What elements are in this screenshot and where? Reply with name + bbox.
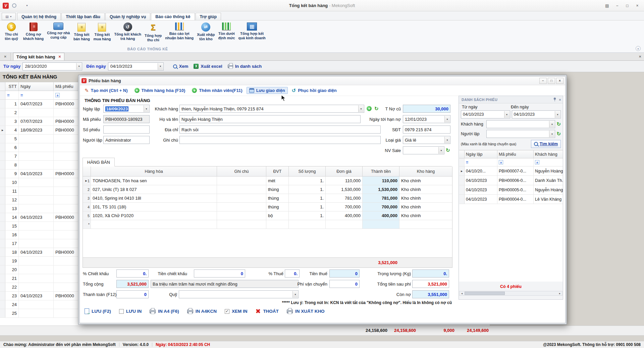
- tab-tong-ket-ban-hang[interactable]: Tổng kết bán hàng ×: [13, 53, 64, 60]
- ribbon-button[interactable]: ≡ Công nợ khách hàng: [21, 22, 45, 41]
- maximize-button[interactable]: □: [623, 2, 632, 9]
- ribbon-button[interactable]: ≡ Tổng kết bán hàng: [71, 22, 92, 42]
- debt-due-date-input[interactable]: 12/01/2023 ▼: [403, 115, 450, 123]
- chevron-down-icon[interactable]: ▼: [549, 121, 554, 128]
- chevron-down-icon[interactable]: ▼: [358, 105, 364, 112]
- ribbon-button[interactable]: ▦ Tổng hợp kết quả kinh doanh: [237, 22, 267, 41]
- menu-tab[interactable]: Trợ giúp: [196, 13, 221, 20]
- row-selector[interactable]: [0, 135, 5, 143]
- skin-selector-button[interactable]: ▤ ▼: [2, 13, 16, 20]
- tab-hang-ban[interactable]: HÀNG BÁN: [83, 158, 115, 166]
- panel-to-date-input[interactable]: 04/10/2023 ▼: [512, 110, 561, 118]
- phone-input[interactable]: 0979 215 874: [403, 126, 450, 134]
- refresh-icon[interactable]: ↻: [556, 121, 561, 127]
- receipt-number-input[interactable]: [103, 126, 150, 134]
- chevron-down-icon[interactable]: ▼: [444, 137, 450, 143]
- horizontal-scrollbar[interactable]: ◂ ▸: [459, 291, 562, 296]
- row-selector[interactable]: 4: [83, 203, 91, 211]
- add-customer-icon[interactable]: +: [367, 106, 372, 111]
- dialog-minimize-button[interactable]: −: [539, 78, 547, 84]
- save-layout-button[interactable]: Lưu giao diện: [247, 87, 288, 94]
- menu-tab[interactable]: Báo cáo thống kê: [151, 13, 195, 20]
- row-selector[interactable]: [0, 187, 5, 195]
- chevron-down-icon[interactable]: ▼: [26, 4, 28, 7]
- ribbon-button[interactable]: Σ Tổng hợp thu chi: [143, 22, 163, 43]
- close-tab-right-icon[interactable]: ×: [639, 53, 641, 60]
- list-item[interactable]: 04/10/2023 PBH00005-0... Nguyễn Hoàng...: [459, 185, 563, 195]
- row-selector[interactable]: [0, 274, 5, 283]
- product-cell[interactable]: 101, TS 101 (18l)▼: [91, 203, 217, 211]
- note-input[interactable]: [179, 136, 381, 144]
- item-row[interactable]: 5 1020, Xã Chử P1020▼ bộ 1. 400,000 400,…: [83, 211, 452, 220]
- close-button[interactable]: ×: [633, 2, 642, 9]
- row-selector[interactable]: [0, 213, 5, 221]
- row-selector[interactable]: [0, 248, 5, 256]
- old-debt-input[interactable]: 30,000: [403, 105, 450, 113]
- view-button[interactable]: Xem: [173, 64, 188, 69]
- from-date-input[interactable]: 28/10/2020 ▼: [22, 62, 82, 70]
- ribbon-button[interactable]: ⇄ Xuất nhập tồn kho: [195, 22, 216, 42]
- new-receipt-button[interactable]: ✎ Tạo mới (Ctrl + N): [82, 87, 130, 95]
- row-selector[interactable]: 3: [83, 194, 91, 202]
- row-selector[interactable]: [0, 257, 5, 265]
- filter-type-icon[interactable]: a: [55, 93, 60, 97]
- row-selector[interactable]: [0, 265, 5, 274]
- item-row[interactable]: 3 0410, Spring int 0410 18l▼ thùng 1. 78…: [83, 194, 452, 203]
- item-row[interactable]: 2 027, Unilc (T) 18 lt 027▼ thùng 1. 1,5…: [83, 185, 452, 194]
- row-selector[interactable]: [0, 283, 5, 291]
- export-excel-button[interactable]: X Xuất excel: [194, 64, 222, 69]
- row-selector[interactable]: [459, 185, 465, 194]
- row-selector[interactable]: 2: [83, 185, 91, 194]
- scrollbar-thumb[interactable]: [465, 292, 505, 295]
- panel-filter-row[interactable]: = a a: [459, 158, 563, 166]
- address-input[interactable]: Rạch sỏi: [179, 126, 381, 134]
- list-item[interactable]: ▸ 04/10/20... PBH00007-0... Nguyễn Hoàng…: [459, 166, 563, 176]
- print-warehouse-button[interactable]: IN XUẤT KHO: [287, 309, 325, 314]
- row-selector[interactable]: [0, 178, 5, 187]
- refresh-icon[interactable]: ↻: [556, 131, 561, 137]
- row-selector[interactable]: [0, 100, 5, 108]
- add-item-button[interactable]: + Thêm hàng hóa (F10): [132, 87, 188, 94]
- ribbon-button[interactable]: Tồn dưới định mức: [216, 22, 236, 41]
- tax-pct-input[interactable]: 0.: [285, 269, 300, 278]
- product-cell[interactable]: 0410, Spring int 0410 18l▼: [91, 194, 217, 202]
- exit-button[interactable]: ✖ THOÁT: [255, 308, 278, 314]
- restore-layout-button[interactable]: ↺ Phục hồi giao diện: [289, 87, 339, 95]
- product-cell[interactable]: TONHOASEN, Tôn hoa sen▼: [91, 177, 217, 185]
- panel-close-icon[interactable]: ×: [559, 98, 561, 102]
- chevron-down-icon[interactable]: ▼: [76, 63, 82, 70]
- pin-icon[interactable]: [553, 97, 556, 102]
- row-selector[interactable]: [0, 231, 5, 239]
- creator-input[interactable]: Administrator: [103, 136, 150, 144]
- scroll-right-icon[interactable]: ▸: [557, 292, 562, 295]
- panel-customer-combo[interactable]: ▼: [486, 120, 555, 128]
- filter-type-icon[interactable]: a: [535, 160, 539, 164]
- close-all-tabs-icon[interactable]: ×: [0, 53, 11, 60]
- chevron-down-icon[interactable]: ▼: [292, 291, 298, 298]
- add-staff-button[interactable]: + Thêm nhân viên(F11): [189, 87, 245, 94]
- nv-sale-combo[interactable]: ▼: [403, 146, 444, 154]
- ribbon-button[interactable]: $ Thu chi tồn quỹ: [1, 22, 21, 41]
- row-selector[interactable]: ▸: [459, 166, 465, 176]
- ribbon-button[interactable]: ≡ Công nợ nhà cung cấp: [45, 22, 71, 40]
- ribbon-button[interactable]: Báo cáo lợi nhuận bán hàng: [163, 22, 195, 41]
- shipping-fee-input[interactable]: 0: [329, 280, 360, 288]
- to-date-input[interactable]: 04/10/2023 ▼: [108, 62, 164, 70]
- ribbon-button[interactable]: ≡ Tổng kết mua hàng: [92, 22, 112, 42]
- checkbox-checked-icon[interactable]: ✓: [225, 309, 229, 314]
- row-selector[interactable]: [0, 204, 5, 213]
- receipt-code-input[interactable]: PBH00003-180923: [103, 115, 150, 123]
- row-selector[interactable]: 5: [83, 211, 91, 220]
- row-selector[interactable]: [0, 161, 5, 169]
- dialog-close-button[interactable]: ×: [556, 78, 564, 84]
- row-selector[interactable]: [0, 152, 5, 160]
- fund-combo[interactable]: ▼: [179, 290, 299, 298]
- tab-close-icon[interactable]: ×: [59, 54, 61, 59]
- chevron-down-icon[interactable]: ▼: [549, 131, 554, 137]
- chevron-down-icon[interactable]: ▼: [555, 111, 560, 118]
- chevron-down-icon[interactable]: ▼: [504, 111, 509, 118]
- ribbon-button[interactable]: ↺ Tổng kết khách trả hàng: [112, 22, 143, 41]
- print-a4kcn-button[interactable]: IN A4KCN: [187, 309, 217, 314]
- checkbox-icon[interactable]: [119, 309, 124, 314]
- row-selector[interactable]: [0, 108, 5, 117]
